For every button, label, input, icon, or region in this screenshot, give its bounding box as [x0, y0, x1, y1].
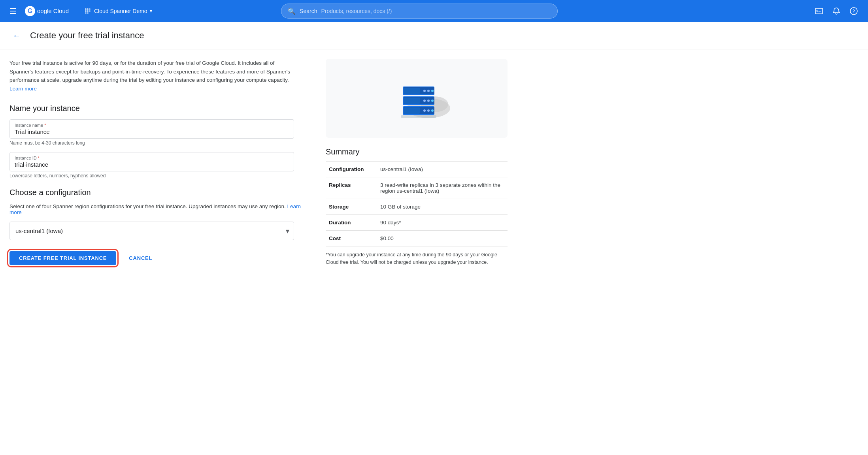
- page-title: Create your free trial instance: [30, 30, 144, 41]
- summary-label-storage: Storage: [326, 199, 377, 215]
- description-learn-more-link[interactable]: Learn more: [9, 86, 37, 92]
- instance-name-group: Instance name * Name must be 4-30 charac…: [9, 119, 310, 146]
- button-row: CREATE FREE TRIAL INSTANCE CANCEL: [9, 251, 310, 265]
- summary-value-duration: 90 days*: [377, 215, 508, 231]
- page-header: ← Create your free trial instance: [0, 22, 868, 49]
- summary-label-replicas: Replicas: [326, 177, 377, 199]
- svg-point-25: [423, 100, 426, 102]
- svg-point-5: [85, 10, 87, 12]
- svg-point-27: [431, 100, 434, 102]
- left-panel: Your free trial instance is active for 9…: [9, 59, 310, 266]
- svg-point-32: [427, 90, 430, 92]
- svg-point-19: [423, 109, 426, 112]
- summary-value-cost: $0.00: [377, 231, 508, 246]
- top-navigation: ☰ G oogle Cloud Cloud Spanner Demo ▾ 🔍 S…: [0, 0, 868, 22]
- summary-value-configuration: us-central1 (Iowa): [377, 162, 508, 177]
- svg-rect-34: [404, 88, 420, 94]
- project-name: Cloud Spanner Demo: [94, 8, 147, 14]
- config-description: Select one of four Spanner region config…: [9, 203, 310, 215]
- terminal-icon[interactable]: [811, 3, 827, 19]
- instance-id-group: Instance ID * Lowercase letters, numbers…: [9, 152, 310, 179]
- config-select[interactable]: us-central1 (Iowa) us-east1 (South Carol…: [9, 222, 294, 240]
- instance-id-label: Instance ID *: [15, 156, 289, 160]
- nav-right-icons: [811, 3, 862, 19]
- svg-point-26: [427, 100, 430, 102]
- svg-point-7: [89, 8, 91, 10]
- summary-value-replicas: 3 read-write replicas in 3 separate zone…: [377, 177, 508, 199]
- search-bar[interactable]: 🔍 Search Products, resources, docs (/): [281, 4, 558, 19]
- svg-point-20: [427, 109, 430, 112]
- svg-point-10: [87, 12, 89, 14]
- description-text: Your free trial instance is active for 9…: [9, 59, 294, 93]
- google-cloud-logo-svg: G oogle Cloud: [25, 6, 76, 17]
- search-placeholder: Products, resources, docs (/): [321, 8, 392, 14]
- google-cloud-logo: G oogle Cloud: [25, 6, 76, 17]
- svg-point-9: [85, 12, 87, 14]
- summary-row-replicas: Replicas 3 read-write replicas in 3 sepa…: [326, 177, 508, 199]
- project-selector[interactable]: Cloud Spanner Demo ▾: [84, 7, 152, 15]
- config-section: Choose a configuration Select one of fou…: [9, 188, 310, 240]
- svg-point-6: [87, 10, 89, 12]
- svg-text:oogle Cloud: oogle Cloud: [37, 8, 69, 14]
- create-free-trial-button[interactable]: CREATE FREE TRIAL INSTANCE: [9, 251, 116, 265]
- svg-point-31: [423, 90, 426, 92]
- svg-point-14: [853, 13, 854, 13]
- project-icon: [84, 7, 92, 15]
- notifications-icon[interactable]: [828, 3, 844, 19]
- svg-rect-35: [401, 115, 436, 118]
- right-panel: Summary Configuration us-central1 (Iowa)…: [326, 59, 508, 266]
- main-content: Your free trial instance is active for 9…: [0, 49, 553, 276]
- svg-rect-28: [404, 98, 420, 104]
- instance-name-input[interactable]: [15, 128, 289, 135]
- cancel-button[interactable]: CANCEL: [126, 251, 155, 265]
- instance-id-hint: Lowercase letters, numbers, hyphens allo…: [9, 173, 310, 179]
- help-icon[interactable]: [846, 3, 862, 19]
- instance-id-input[interactable]: [15, 161, 289, 168]
- svg-point-33: [431, 90, 434, 92]
- search-icon: 🔍: [288, 8, 296, 15]
- summary-note: *You can upgrade your instance at any ti…: [326, 251, 508, 266]
- svg-rect-22: [404, 107, 420, 114]
- summary-title: Summary: [326, 147, 508, 156]
- summary-value-storage: 10 GB of storage: [377, 199, 508, 215]
- instance-id-container: Instance ID *: [9, 152, 294, 171]
- svg-point-3: [85, 8, 87, 10]
- project-dropdown-icon: ▾: [150, 8, 152, 14]
- svg-point-4: [87, 8, 89, 10]
- name-section-title: Name your instance: [9, 104, 310, 113]
- hamburger-menu-icon[interactable]: ☰: [6, 3, 20, 19]
- config-section-title: Choose a configuration: [9, 188, 310, 197]
- summary-row-configuration: Configuration us-central1 (Iowa): [326, 162, 508, 177]
- summary-label-duration: Duration: [326, 215, 377, 231]
- search-label: Search: [300, 8, 317, 14]
- instance-name-label: Instance name *: [15, 123, 289, 128]
- svg-point-8: [89, 10, 91, 12]
- summary-table: Configuration us-central1 (Iowa) Replica…: [326, 161, 508, 246]
- back-button[interactable]: ←: [9, 28, 24, 43]
- summary-label-cost: Cost: [326, 231, 377, 246]
- summary-row-cost: Cost $0.00: [326, 231, 508, 246]
- config-select-container: us-central1 (Iowa) us-east1 (South Carol…: [9, 222, 294, 240]
- summary-row-duration: Duration 90 days*: [326, 215, 508, 231]
- summary-label-configuration: Configuration: [326, 162, 377, 177]
- server-illustration-svg: [377, 65, 456, 132]
- svg-text:G: G: [28, 8, 32, 14]
- instance-name-container: Instance name *: [9, 119, 294, 139]
- summary-row-storage: Storage 10 GB of storage: [326, 199, 508, 215]
- svg-point-21: [431, 109, 434, 112]
- svg-rect-11: [815, 8, 823, 14]
- instance-name-hint: Name must be 4-30 characters long: [9, 140, 310, 146]
- server-illustration-area: [326, 59, 508, 138]
